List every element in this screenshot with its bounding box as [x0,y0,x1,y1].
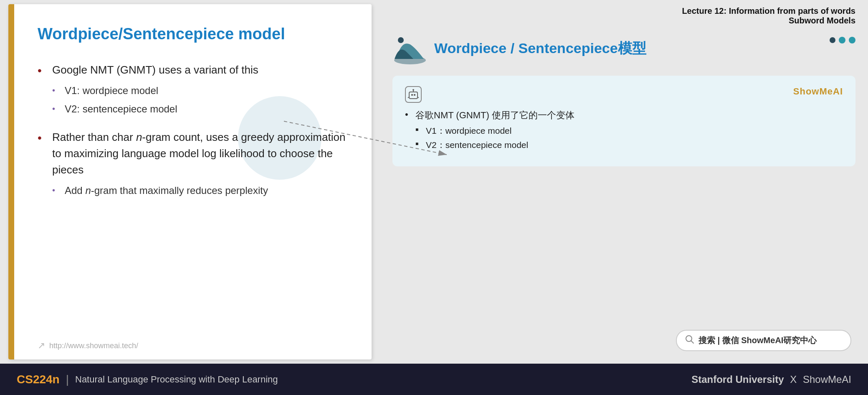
sub-bullet-1-1: V1: wordpiece model [52,83,351,98]
right-panel: Lecture 12: Information from parts of wo… [380,0,868,364]
dot-1 [830,37,835,43]
svg-rect-4 [409,92,418,99]
search-icon [685,335,694,346]
bullet-item-1: Google NMT (GNMT) uses a variant of this… [38,62,351,117]
search-text: 搜索 | 微信 ShowMeAI研究中心 [698,335,817,346]
left-slide: Wordpiece/Sentencepiece model Google NMT… [8,4,372,359]
showmeai-brand-text: ShowMeAI [803,374,851,385]
sub-bullet-1-2: V2: sentencepiece model [52,102,351,117]
lecture-header: Lecture 12: Information from parts of wo… [392,6,855,25]
card-content: 谷歌NMT (GNMT) 使用了它的一个变体 V1：wordpiece mode… [405,109,843,151]
dot-3 [849,37,855,43]
card-sub-list: V1：wordpiece model V2：sentencepiece mode… [415,125,843,151]
sub-bullet-list-2: Add n-gram that maximally reduces perple… [52,183,351,198]
sub-bullet-2-1: Add n-gram that maximally reduces perple… [52,183,351,198]
bullet-item-2: Rather than char n-gram count, uses a gr… [38,129,351,198]
card-main-bullet: 谷歌NMT (GNMT) 使用了它的一个变体 V1：wordpiece mode… [405,109,843,151]
card-main-text: 谷歌NMT (GNMT) 使用了它的一个变体 [415,110,574,120]
search-box[interactable]: 搜索 | 微信 ShowMeAI研究中心 [676,330,851,351]
sub-bullet-list-1: V1: wordpiece model V2: sentencepiece mo… [52,83,351,117]
svg-line-12 [691,341,694,344]
course-code: CS224n [17,373,60,386]
bottom-bar: CS224n | Natural Language Processing wit… [0,364,868,395]
bottom-right: Stanford University X ShowMeAI [691,374,851,385]
stanford-text: Stanford University [691,374,784,385]
bottom-left: CS224n | Natural Language Processing wit… [17,373,278,386]
course-title: Natural Language Processing with Deep Le… [75,374,278,385]
main-bullet-list: Google NMT (GNMT) uses a variant of this… [38,62,351,198]
lecture-line2: Subword Models [392,16,855,25]
card-header: ShowMeAI [405,86,843,103]
svg-rect-5 [411,94,413,96]
showmeai-card: ShowMeAI 谷歌NMT (GNMT) 使用了它的一个变体 V1：wordp… [392,76,855,166]
cursor-icon: ↗ [38,340,45,351]
dot-2 [839,37,845,43]
dots-decoration [830,37,855,43]
card-brand: ShowMeAI [793,86,843,97]
svg-point-8 [412,89,414,91]
card-sub-2: V2：sentencepiece model [415,139,843,151]
slide-title: Wordpiece/Sentencepiece model [38,25,351,43]
mountain-wave-icon [392,32,428,65]
slide-border-decoration [8,4,14,359]
bullet-text-2: Rather than char n-gram count, uses a gr… [52,131,345,176]
divider: | [66,373,69,386]
slide-footer: ↗ http://www.showmeai.tech/ [8,334,372,359]
svg-point-3 [398,37,404,43]
footer-url: http://www.showmeai.tech/ [49,341,138,350]
lecture-line1: Lecture 12: Information from parts of wo… [392,6,855,16]
svg-rect-6 [414,94,415,96]
card-sub-1: V1：wordpiece model [415,125,843,137]
bullet-text-1: Google NMT (GNMT) uses a variant of this [52,64,258,76]
right-title: Wordpiece / Sentencepiece模型 [434,39,646,58]
x-separator: X [790,374,797,385]
card-robot-icon [405,86,422,103]
